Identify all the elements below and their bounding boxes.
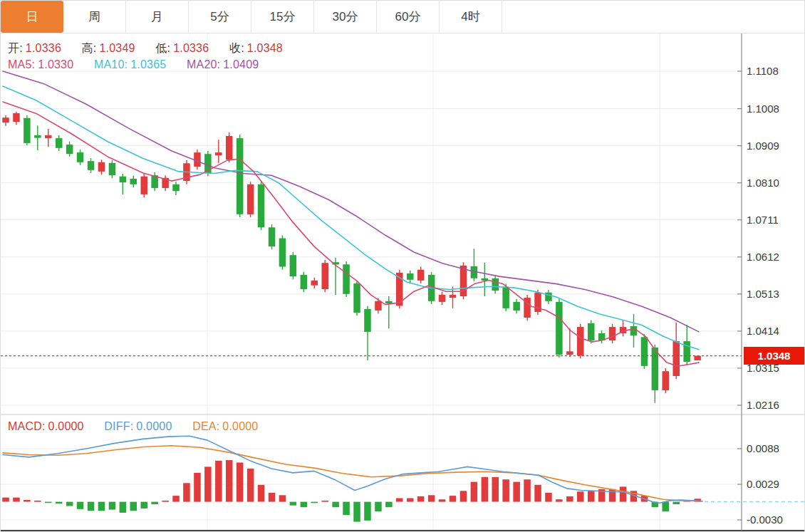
last-price-badge: 1.0348 <box>744 347 804 365</box>
macd-value: 0.0000 <box>48 420 84 432</box>
diff-line <box>3 436 702 503</box>
chart-canvas[interactable]: 1.11081.10081.09091.08101.07111.06121.05… <box>1 1 805 532</box>
tab-5min-label: 5分 <box>210 9 229 25</box>
tab-60min[interactable]: 60分 <box>377 1 440 33</box>
ma20-value: 1.0409 <box>223 58 259 71</box>
ma20-line <box>3 71 699 332</box>
tab-month[interactable]: 月 <box>126 1 189 33</box>
macd-axis-label: 0.0029 <box>747 478 779 490</box>
price-axis-label: 1.0216 <box>747 399 779 411</box>
tab-15min[interactable]: 15分 <box>251 1 314 33</box>
low-label: 低: <box>155 42 170 54</box>
ma10-value: 1.0365 <box>130 58 166 71</box>
tab-4hour-label: 4时 <box>461 9 479 25</box>
tab-30min-label: 30分 <box>333 9 358 25</box>
macd-label: MACD: <box>8 420 46 432</box>
price-axis: 1.11081.10081.09091.08101.07111.06121.05… <box>737 33 783 531</box>
open-value: 1.0336 <box>26 42 61 54</box>
close-label: 收: <box>229 42 244 54</box>
low-value: 1.0336 <box>173 42 209 54</box>
ma10-line <box>3 86 699 350</box>
tab-30min[interactable]: 30分 <box>314 1 377 33</box>
price-axis-label: 1.1108 <box>747 65 779 77</box>
tab-60min-label: 60分 <box>395 9 421 25</box>
high-label: 高: <box>82 42 97 54</box>
high-value: 1.0349 <box>100 42 135 54</box>
tab-month-label: 月 <box>151 9 163 25</box>
ma5-value: 1.0330 <box>38 58 73 71</box>
price-axis-label: 1.0711 <box>747 214 779 226</box>
tab-day[interactable]: 日 <box>1 1 63 33</box>
tab-5min[interactable]: 5分 <box>189 1 251 33</box>
tab-15min-label: 15分 <box>270 9 296 25</box>
dea-line <box>3 446 702 501</box>
ma10-label: MA10: <box>94 58 128 71</box>
price-axis-label: 1.0414 <box>747 325 779 337</box>
diff-label: DIFF: <box>104 420 133 432</box>
dea-value: 0.0000 <box>222 420 258 432</box>
macd-legend: MACD:0.0000 DIFF:0.0000 DEA:0.0000 <box>8 420 261 433</box>
trading-chart-app: 日 周 月 5分 15分 30分 60分 4时 1.11081.10081.09… <box>0 0 805 532</box>
timeframe-tabs: 日 周 月 5分 15分 30分 60分 4时 <box>1 1 805 33</box>
price-axis-label: 1.0612 <box>747 251 779 263</box>
tab-week[interactable]: 周 <box>63 1 126 33</box>
open-label: 开: <box>8 42 23 54</box>
ma-legend: MA5:1.0330 MA10:1.0365 MA20:1.0409 <box>8 58 261 71</box>
ma5-label: MA5: <box>8 58 35 71</box>
tab-week-label: 周 <box>88 9 100 25</box>
tab-4hour[interactable]: 4时 <box>440 1 502 33</box>
grid-layer <box>1 33 742 531</box>
price-axis-label: 1.0909 <box>747 140 779 152</box>
price-axis-label: 1.0810 <box>747 177 779 189</box>
price-axis-label: 1.1008 <box>747 103 779 115</box>
dea-label: DEA: <box>192 420 219 432</box>
tab-day-label: 日 <box>26 9 38 25</box>
ohlc-legend: 开:1.0336 高:1.0349 低:1.0336 收:1.0348 <box>8 41 286 56</box>
close-value: 1.0348 <box>247 42 283 54</box>
price-axis-label: 1.0513 <box>747 288 779 300</box>
ma20-label: MA20: <box>187 58 220 71</box>
macd-axis-label: 0.0088 <box>747 442 779 454</box>
macd-axis-label: -0.0030 <box>747 513 783 526</box>
diff-value: 0.0000 <box>136 420 172 432</box>
